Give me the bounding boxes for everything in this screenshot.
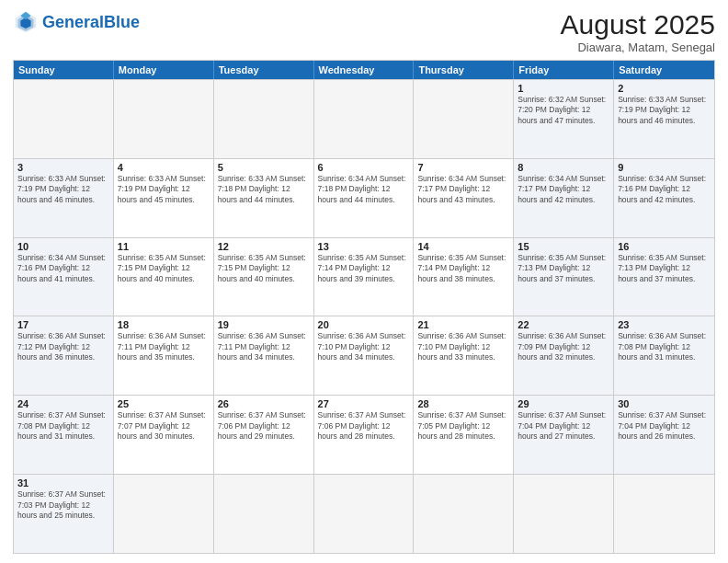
day-detail: Sunrise: 6:34 AM Sunset: 7:18 PM Dayligh… bbox=[318, 174, 410, 205]
empty-cell bbox=[214, 475, 314, 553]
day-detail: Sunrise: 6:36 AM Sunset: 7:08 PM Dayligh… bbox=[618, 331, 711, 362]
calendar-row-1: 3Sunrise: 6:33 AM Sunset: 7:19 PM Daylig… bbox=[14, 158, 714, 237]
day-number: 1 bbox=[518, 83, 609, 94]
day-number: 25 bbox=[118, 398, 210, 409]
day-detail: Sunrise: 6:34 AM Sunset: 7:16 PM Dayligh… bbox=[17, 253, 109, 284]
calendar-body: 1Sunrise: 6:32 AM Sunset: 7:20 PM Daylig… bbox=[14, 79, 714, 553]
day-cell-16: 16Sunrise: 6:35 AM Sunset: 7:13 PM Dayli… bbox=[614, 238, 714, 316]
header-day-friday: Friday bbox=[514, 61, 614, 79]
day-detail: Sunrise: 6:37 AM Sunset: 7:06 PM Dayligh… bbox=[318, 410, 410, 442]
day-detail: Sunrise: 6:34 AM Sunset: 7:17 PM Dayligh… bbox=[417, 174, 509, 205]
day-cell-5: 5Sunrise: 6:33 AM Sunset: 7:18 PM Daylig… bbox=[214, 159, 314, 237]
empty-cell bbox=[114, 80, 214, 158]
day-detail: Sunrise: 6:32 AM Sunset: 7:20 PM Dayligh… bbox=[518, 95, 609, 126]
empty-cell bbox=[214, 80, 314, 158]
day-cell-10: 10Sunrise: 6:34 AM Sunset: 7:16 PM Dayli… bbox=[14, 238, 114, 316]
day-number: 18 bbox=[118, 319, 210, 330]
day-number: 12 bbox=[218, 241, 310, 252]
day-number: 7 bbox=[417, 162, 509, 173]
header: GeneralBlue August 2025 Diawara, Matam, … bbox=[13, 9, 715, 54]
day-detail: Sunrise: 6:36 AM Sunset: 7:12 PM Dayligh… bbox=[17, 331, 109, 362]
day-number: 29 bbox=[518, 398, 609, 409]
day-cell-29: 29Sunrise: 6:37 AM Sunset: 7:04 PM Dayli… bbox=[514, 396, 614, 474]
empty-cell bbox=[314, 475, 415, 553]
day-detail: Sunrise: 6:33 AM Sunset: 7:19 PM Dayligh… bbox=[618, 95, 711, 126]
day-number: 21 bbox=[417, 319, 509, 330]
day-detail: Sunrise: 6:34 AM Sunset: 7:17 PM Dayligh… bbox=[518, 174, 609, 205]
day-cell-1: 1Sunrise: 6:32 AM Sunset: 7:20 PM Daylig… bbox=[514, 80, 614, 158]
day-number: 28 bbox=[417, 398, 509, 409]
day-number: 26 bbox=[218, 398, 310, 409]
day-number: 27 bbox=[318, 398, 410, 409]
empty-cell bbox=[514, 475, 614, 553]
logo-icon bbox=[13, 9, 39, 35]
day-detail: Sunrise: 6:35 AM Sunset: 7:14 PM Dayligh… bbox=[318, 253, 410, 284]
day-cell-21: 21Sunrise: 6:36 AM Sunset: 7:10 PM Dayli… bbox=[414, 316, 514, 395]
day-detail: Sunrise: 6:36 AM Sunset: 7:10 PM Dayligh… bbox=[318, 331, 410, 362]
day-cell-12: 12Sunrise: 6:35 AM Sunset: 7:15 PM Dayli… bbox=[214, 238, 314, 316]
day-number: 20 bbox=[318, 319, 410, 330]
day-cell-3: 3Sunrise: 6:33 AM Sunset: 7:19 PM Daylig… bbox=[14, 159, 114, 237]
day-cell-15: 15Sunrise: 6:35 AM Sunset: 7:13 PM Dayli… bbox=[514, 238, 614, 316]
day-number: 9 bbox=[618, 162, 711, 173]
empty-cell bbox=[614, 475, 714, 553]
day-cell-22: 22Sunrise: 6:36 AM Sunset: 7:09 PM Dayli… bbox=[514, 316, 614, 395]
calendar-row-3: 17Sunrise: 6:36 AM Sunset: 7:12 PM Dayli… bbox=[14, 316, 714, 395]
day-cell-31: 31Sunrise: 6:37 AM Sunset: 7:03 PM Dayli… bbox=[14, 475, 114, 553]
day-detail: Sunrise: 6:37 AM Sunset: 7:06 PM Dayligh… bbox=[218, 410, 310, 442]
day-cell-9: 9Sunrise: 6:34 AM Sunset: 7:16 PM Daylig… bbox=[614, 159, 714, 237]
day-cell-6: 6Sunrise: 6:34 AM Sunset: 7:18 PM Daylig… bbox=[314, 159, 415, 237]
day-detail: Sunrise: 6:33 AM Sunset: 7:19 PM Dayligh… bbox=[118, 174, 210, 205]
day-cell-17: 17Sunrise: 6:36 AM Sunset: 7:12 PM Dayli… bbox=[14, 316, 114, 395]
day-number: 19 bbox=[218, 319, 310, 330]
day-number: 22 bbox=[518, 319, 609, 330]
day-detail: Sunrise: 6:35 AM Sunset: 7:14 PM Dayligh… bbox=[417, 253, 509, 284]
day-number: 24 bbox=[17, 398, 109, 409]
day-number: 16 bbox=[618, 241, 711, 252]
day-cell-13: 13Sunrise: 6:35 AM Sunset: 7:14 PM Dayli… bbox=[314, 238, 415, 316]
day-number: 10 bbox=[17, 241, 109, 252]
logo-general: General bbox=[42, 13, 104, 31]
empty-cell bbox=[414, 80, 514, 158]
day-number: 4 bbox=[118, 162, 210, 173]
day-cell-24: 24Sunrise: 6:37 AM Sunset: 7:08 PM Dayli… bbox=[14, 396, 114, 474]
day-number: 15 bbox=[518, 241, 609, 252]
day-cell-14: 14Sunrise: 6:35 AM Sunset: 7:14 PM Dayli… bbox=[414, 238, 514, 316]
main-title: August 2025 bbox=[561, 9, 715, 40]
empty-cell bbox=[314, 80, 415, 158]
empty-cell bbox=[414, 475, 514, 553]
day-cell-19: 19Sunrise: 6:36 AM Sunset: 7:11 PM Dayli… bbox=[214, 316, 314, 395]
day-detail: Sunrise: 6:35 AM Sunset: 7:13 PM Dayligh… bbox=[518, 253, 609, 284]
day-cell-23: 23Sunrise: 6:36 AM Sunset: 7:08 PM Dayli… bbox=[614, 316, 714, 395]
day-detail: Sunrise: 6:35 AM Sunset: 7:15 PM Dayligh… bbox=[118, 253, 210, 284]
day-cell-8: 8Sunrise: 6:34 AM Sunset: 7:17 PM Daylig… bbox=[514, 159, 614, 237]
logo-text: GeneralBlue bbox=[42, 14, 140, 30]
header-day-saturday: Saturday bbox=[614, 61, 714, 79]
empty-cell bbox=[114, 475, 214, 553]
day-cell-18: 18Sunrise: 6:36 AM Sunset: 7:11 PM Dayli… bbox=[114, 316, 214, 395]
day-number: 5 bbox=[218, 162, 310, 173]
logo-blue: Blue bbox=[104, 13, 140, 31]
day-detail: Sunrise: 6:36 AM Sunset: 7:11 PM Dayligh… bbox=[118, 331, 210, 362]
day-detail: Sunrise: 6:37 AM Sunset: 7:04 PM Dayligh… bbox=[618, 410, 711, 442]
title-area: August 2025 Diawara, Matam, Senegal bbox=[561, 9, 715, 54]
day-detail: Sunrise: 6:34 AM Sunset: 7:16 PM Dayligh… bbox=[618, 174, 711, 205]
empty-cell bbox=[14, 80, 114, 158]
day-cell-11: 11Sunrise: 6:35 AM Sunset: 7:15 PM Dayli… bbox=[114, 238, 214, 316]
calendar: SundayMondayTuesdayWednesdayThursdayFrid… bbox=[13, 60, 715, 554]
header-day-sunday: Sunday bbox=[14, 61, 114, 79]
day-number: 30 bbox=[618, 398, 711, 409]
day-number: 11 bbox=[118, 241, 210, 252]
day-detail: Sunrise: 6:37 AM Sunset: 7:04 PM Dayligh… bbox=[518, 410, 609, 442]
calendar-header: SundayMondayTuesdayWednesdayThursdayFrid… bbox=[14, 61, 714, 79]
calendar-row-2: 10Sunrise: 6:34 AM Sunset: 7:16 PM Dayli… bbox=[14, 237, 714, 316]
header-day-wednesday: Wednesday bbox=[314, 61, 415, 79]
day-cell-26: 26Sunrise: 6:37 AM Sunset: 7:06 PM Dayli… bbox=[214, 396, 314, 474]
day-detail: Sunrise: 6:35 AM Sunset: 7:13 PM Dayligh… bbox=[618, 253, 711, 284]
day-cell-25: 25Sunrise: 6:37 AM Sunset: 7:07 PM Dayli… bbox=[114, 396, 214, 474]
day-detail: Sunrise: 6:36 AM Sunset: 7:10 PM Dayligh… bbox=[417, 331, 509, 362]
day-number: 13 bbox=[318, 241, 410, 252]
calendar-row-4: 24Sunrise: 6:37 AM Sunset: 7:08 PM Dayli… bbox=[14, 395, 714, 474]
day-number: 8 bbox=[518, 162, 609, 173]
day-cell-20: 20Sunrise: 6:36 AM Sunset: 7:10 PM Dayli… bbox=[314, 316, 415, 395]
